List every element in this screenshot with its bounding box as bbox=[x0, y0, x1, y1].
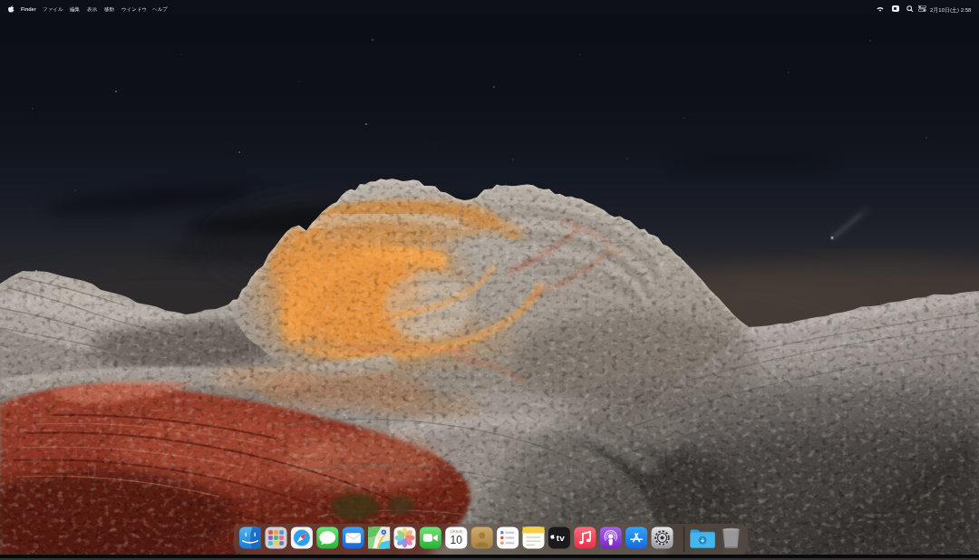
svg-text:10: 10 bbox=[451, 534, 463, 546]
svg-text:tv: tv bbox=[557, 533, 565, 543]
